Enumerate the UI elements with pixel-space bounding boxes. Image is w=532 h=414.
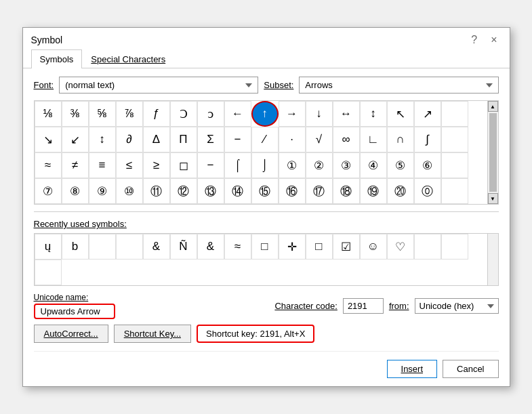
recently-used-cell[interactable]: [116, 234, 143, 260]
symbol-cell[interactable]: ↑: [251, 101, 279, 127]
symbol-cell[interactable]: ↓: [306, 101, 333, 127]
symbol-cell[interactable]: Δ: [143, 127, 170, 152]
symbol-cell-empty[interactable]: [441, 101, 468, 127]
recently-used-cell[interactable]: Ñ: [170, 234, 197, 260]
subset-label: Subset:: [264, 80, 293, 90]
symbol-cell[interactable]: ⑤: [387, 152, 414, 178]
symbol-cell[interactable]: ⑥: [414, 152, 441, 178]
symbol-cell[interactable]: ⓪: [414, 178, 441, 204]
symbol-cell[interactable]: √: [306, 127, 333, 152]
symbol-cell[interactable]: ƒ: [143, 101, 170, 127]
symbol-cell[interactable]: ↖: [387, 101, 414, 127]
symbol-cell[interactable]: ⑪: [143, 178, 170, 204]
symbol-cell[interactable]: ↘: [35, 127, 62, 152]
symbol-cell[interactable]: ⑩: [116, 178, 143, 204]
symbol-cell[interactable]: ↗: [414, 101, 441, 127]
font-label: Font:: [34, 80, 54, 90]
recently-used-cell[interactable]: ☑: [333, 234, 360, 260]
symbol-cell[interactable]: Π: [170, 127, 197, 152]
symbol-cell[interactable]: ≠: [62, 152, 89, 178]
char-code-input[interactable]: [343, 298, 384, 314]
recently-used-cell[interactable]: ✛: [279, 234, 306, 260]
scroll-down-button[interactable]: ▼: [488, 193, 498, 204]
symbol-cell[interactable]: ⌠: [224, 152, 251, 178]
recently-used-cell[interactable]: □: [306, 234, 333, 260]
symbol-cell[interactable]: ③: [333, 152, 360, 178]
recently-used-cell[interactable]: ♡: [387, 234, 414, 260]
recently-used-cell[interactable]: &: [143, 234, 170, 260]
symbol-cell[interactable]: ⑲: [360, 178, 387, 204]
symbol-cell[interactable]: ⅛: [35, 101, 62, 127]
symbol-cell[interactable]: ⌡: [251, 152, 279, 178]
recently-used-cell[interactable]: ų: [35, 234, 62, 260]
symbol-cell[interactable]: −: [197, 152, 224, 178]
from-select[interactable]: Unicode (hex) ASCII (decimal) ASCII (hex…: [415, 298, 499, 314]
recently-used-cell[interactable]: ≈: [224, 234, 251, 260]
symbol-cell[interactable]: −: [224, 127, 251, 152]
symbol-cell[interactable]: ∩: [387, 127, 414, 152]
symbol-cell[interactable]: ⅝: [89, 101, 116, 127]
symbol-cell[interactable]: ⅜: [62, 101, 89, 127]
symbol-cell[interactable]: ⅞: [116, 101, 143, 127]
recently-used-cell[interactable]: [441, 234, 468, 260]
close-button[interactable]: ×: [487, 33, 501, 47]
symbol-cell[interactable]: ≥: [143, 152, 170, 178]
symbol-cell[interactable]: ⑭: [224, 178, 251, 204]
symbol-cell-empty[interactable]: [441, 127, 468, 152]
recently-used-cell[interactable]: ☺: [360, 234, 387, 260]
symbol-cell[interactable]: ⑦: [35, 178, 62, 204]
symbol-cell[interactable]: ≈: [35, 152, 62, 178]
recently-used-cell[interactable]: b: [62, 234, 89, 260]
recently-used-cell[interactable]: [35, 260, 62, 285]
autocorrect-button[interactable]: AutoCorrect...: [34, 325, 108, 343]
symbol-cell[interactable]: Σ: [197, 127, 224, 152]
symbol-cell[interactable]: ↙: [62, 127, 89, 152]
symbol-cell[interactable]: ∫: [414, 127, 441, 152]
tab-special-characters[interactable]: Special Characters: [82, 49, 174, 68]
unicode-name-value: Upwards Arrow: [34, 304, 115, 319]
symbol-cell[interactable]: ∕: [251, 127, 279, 152]
symbol-cell[interactable]: ↔: [333, 101, 360, 127]
insert-button[interactable]: Insert: [387, 360, 438, 378]
symbol-cell[interactable]: ↕: [89, 127, 116, 152]
symbol-cell[interactable]: ≤: [116, 152, 143, 178]
symbol-cell[interactable]: ∂: [116, 127, 143, 152]
symbol-cell[interactable]: ②: [306, 152, 333, 178]
symbol-cell[interactable]: ⑰: [306, 178, 333, 204]
symbol-cell[interactable]: ①: [279, 152, 306, 178]
help-button[interactable]: ?: [467, 33, 481, 47]
symbol-cell[interactable]: ④: [360, 152, 387, 178]
recently-used-cell[interactable]: □: [251, 234, 279, 260]
subset-select[interactable]: Arrows: [299, 77, 498, 94]
symbol-cell[interactable]: ←: [224, 101, 251, 127]
symbol-cell-empty[interactable]: [441, 178, 468, 204]
symbol-cell[interactable]: ⑳: [387, 178, 414, 204]
recently-used-cell[interactable]: &: [197, 234, 224, 260]
scroll-thumb[interactable]: [489, 113, 497, 192]
tab-symbols[interactable]: Symbols: [31, 49, 83, 68]
recently-used-cell[interactable]: [414, 234, 441, 260]
symbol-cell[interactable]: ⑧: [62, 178, 89, 204]
symbol-cell[interactable]: ⑫: [170, 178, 197, 204]
symbol-cell[interactable]: ⑮: [251, 178, 279, 204]
symbol-cell[interactable]: Ↄ: [170, 101, 197, 127]
symbol-cell[interactable]: ·: [279, 127, 306, 152]
symbol-cell[interactable]: ◻: [170, 152, 197, 178]
symbol-cell-empty[interactable]: [441, 152, 468, 178]
recently-used-cell[interactable]: [89, 234, 116, 260]
symbol-cell[interactable]: ∞: [333, 127, 360, 152]
symbol-cell[interactable]: ↕: [360, 101, 387, 127]
cancel-button[interactable]: Cancel: [443, 360, 498, 378]
symbol-cell[interactable]: ≡: [89, 152, 116, 178]
symbol-cell[interactable]: ⑯: [279, 178, 306, 204]
symbol-scrollbar[interactable]: ▲ ▼: [487, 101, 498, 204]
shortcut-key-button[interactable]: Shortcut Key...: [114, 325, 191, 343]
symbol-cell[interactable]: ↄ: [197, 101, 224, 127]
symbol-cell[interactable]: ⑬: [197, 178, 224, 204]
scroll-up-button[interactable]: ▲: [488, 101, 498, 112]
symbol-cell[interactable]: ⑨: [89, 178, 116, 204]
font-select[interactable]: (normal text): [59, 77, 258, 94]
symbol-cell[interactable]: ∟: [360, 127, 387, 152]
symbol-cell[interactable]: →: [279, 101, 306, 127]
symbol-cell[interactable]: ⑱: [333, 178, 360, 204]
